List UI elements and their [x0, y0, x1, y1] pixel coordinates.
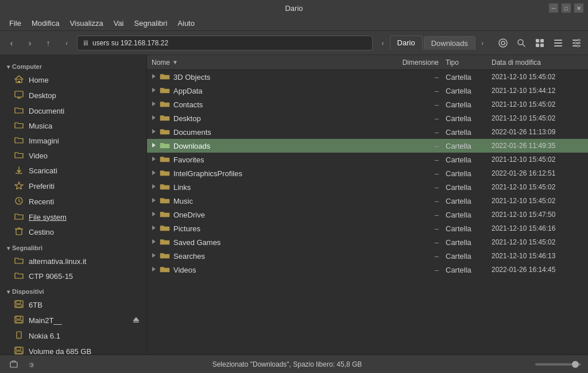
- file-icon: [160, 141, 170, 151]
- file-name: Favorites: [173, 156, 388, 164]
- table-row[interactable]: Pictures–Cartella2021-12-10 15:46:16: [147, 222, 588, 235]
- expand-icon: [152, 211, 160, 218]
- table-row[interactable]: Downloads–Cartella2022-01-26 11:49:35: [147, 139, 588, 153]
- svg-rect-14: [578, 39, 580, 41]
- table-row[interactable]: Favorites–Cartella2021-12-10 15:45:02: [147, 153, 588, 166]
- col-header-name[interactable]: Nome ▼: [152, 59, 388, 67]
- close-button[interactable]: ✕: [574, 3, 583, 13]
- svg-marker-47: [152, 74, 156, 79]
- sidebar-item-label: Musica: [29, 122, 52, 130]
- sidebar-item-label: Nokia 6.1: [29, 332, 60, 340]
- location-bar[interactable]: 🖥 users su 192.168.178.22: [77, 36, 373, 50]
- window-controls[interactable]: ─ □ ✕: [549, 3, 583, 13]
- menu-item-aiuto[interactable]: Aiuto: [173, 17, 199, 29]
- sidebar-section-segnalibri[interactable]: ▾Segnalibri: [0, 240, 146, 254]
- sidebar-item-home[interactable]: Home: [0, 72, 146, 88]
- forward-button[interactable]: ›: [22, 35, 38, 51]
- tab-prev-button[interactable]: ‹: [377, 35, 389, 51]
- table-row[interactable]: OneDrive–Cartella2021-12-10 15:47:50: [147, 208, 588, 222]
- statusbar-icon1-button[interactable]: [7, 358, 21, 371]
- sidebar-item-desktop[interactable]: Desktop: [0, 88, 146, 103]
- search-button[interactable]: [513, 35, 529, 51]
- table-row[interactable]: 3D Objects–Cartella2021-12-10 15:45:02: [147, 70, 588, 84]
- menu-item-segnalibri[interactable]: Segnalibri: [130, 17, 172, 29]
- table-row[interactable]: AppData–Cartella2021-12-10 15:44:12: [147, 84, 588, 98]
- sidebar-item-bookmark-ctp[interactable]: CTP 9065-15: [0, 269, 146, 283]
- file-icon: [160, 127, 170, 137]
- tab-downloads[interactable]: Downloads: [424, 36, 475, 50]
- svg-rect-37: [16, 347, 21, 350]
- zoom-slider[interactable]: [535, 363, 581, 366]
- sidebar-item-device-main2t[interactable]: Main2T__: [0, 313, 146, 328]
- file-type: Cartella: [446, 224, 492, 233]
- expand-icon: [152, 225, 160, 232]
- sidebar-item-device-6tb[interactable]: 6TB: [0, 297, 146, 313]
- view-list-button[interactable]: [550, 35, 566, 51]
- sidebar-item-cestino[interactable]: Cestino: [0, 224, 146, 240]
- view-grid-button[interactable]: [532, 35, 548, 51]
- bookmark-icon-button[interactable]: [495, 35, 511, 51]
- col-header-size[interactable]: Dimensione: [388, 59, 446, 67]
- file-icon: [160, 114, 170, 123]
- minimize-button[interactable]: ─: [549, 3, 558, 13]
- sidebar-item-label: CTP 9065-15: [29, 272, 73, 281]
- file-date: 2021-12-10 15:45:02: [492, 114, 583, 122]
- expand-icon: [152, 170, 160, 177]
- eject-icon[interactable]: [133, 316, 140, 325]
- menu-item-vai[interactable]: Vai: [109, 17, 129, 29]
- sidebar-item-bookmark-alternativa[interactable]: alternativa.linux.it: [0, 254, 146, 269]
- folder-icon: [14, 106, 24, 115]
- tab-next-button[interactable]: ›: [477, 35, 488, 51]
- sidebar-section-computer[interactable]: ▾Computer: [0, 59, 146, 72]
- table-row[interactable]: Saved Games–Cartella2021-12-10 15:45:02: [147, 235, 588, 249]
- table-row[interactable]: Desktop–Cartella2021-12-10 15:45:02: [147, 111, 588, 125]
- menu-item-modifica[interactable]: Modifica: [27, 17, 64, 29]
- menu-item-file[interactable]: File: [5, 17, 26, 29]
- up-button[interactable]: ↑: [40, 35, 56, 51]
- back-button[interactable]: ‹: [3, 35, 20, 51]
- file-date: 2021-12-10 15:45:02: [492, 197, 583, 205]
- sidebar-item-recenti[interactable]: Recenti: [0, 194, 146, 209]
- sidebar-section-dispositivi[interactable]: ▾Dispositivi: [0, 283, 146, 297]
- table-row[interactable]: Contacts–Cartella2021-12-10 15:45:02: [147, 98, 588, 111]
- table-row[interactable]: Searches–Cartella2021-12-10 15:46:13: [147, 249, 588, 263]
- svg-rect-38: [16, 351, 22, 353]
- sidebar-item-musica[interactable]: Musica: [0, 118, 146, 133]
- sidebar-item-device-685gb[interactable]: Volume da 685 GB: [0, 344, 146, 355]
- history-back-button[interactable]: ‹: [59, 35, 75, 51]
- expand-icon: [152, 184, 160, 191]
- file-icon: [160, 251, 170, 261]
- svg-marker-54: [152, 170, 156, 175]
- sidebar-item-preferiti[interactable]: Preferiti: [0, 178, 146, 194]
- table-row[interactable]: Links–Cartella2021-12-10 15:45:02: [147, 180, 588, 194]
- sidebar-item-immagini[interactable]: Immagini: [0, 133, 146, 148]
- file-size: –: [388, 197, 446, 205]
- maximize-button[interactable]: □: [562, 3, 571, 13]
- expand-icon: [152, 142, 160, 149]
- col-header-type[interactable]: Tipo: [446, 59, 492, 67]
- menubar: FileModificaVisualizzaVaiSegnalibriAiuto: [0, 16, 588, 31]
- sidebar-item-scaricati[interactable]: Scaricati: [0, 163, 146, 178]
- table-row[interactable]: Documents–Cartella2022-01-26 11:13:09: [147, 125, 588, 139]
- sidebar-item-device-nokia[interactable]: Nokia 6.1: [0, 328, 146, 344]
- table-row[interactable]: Music–Cartella2021-12-10 15:45:02: [147, 194, 588, 208]
- file-name: AppData: [173, 87, 388, 95]
- file-type: Cartella: [446, 252, 492, 261]
- file-date: 2021-12-10 15:45:02: [492, 183, 583, 191]
- table-row[interactable]: IntelGraphicsProfiles–Cartella2022-01-26…: [147, 166, 588, 180]
- sidebar-item-video[interactable]: Video: [0, 148, 146, 163]
- options-button[interactable]: [568, 35, 585, 51]
- col-header-date[interactable]: Data di modifica: [492, 59, 583, 67]
- file-icon: [160, 86, 170, 96]
- statusbar-icon2-button[interactable]: ③: [25, 358, 39, 371]
- sidebar-item-file-system[interactable]: File system: [0, 209, 146, 224]
- file-size: –: [388, 183, 446, 192]
- table-row[interactable]: Videos–Cartella2022-01-26 16:14:45: [147, 263, 588, 277]
- tab-dario[interactable]: Dario: [390, 36, 423, 50]
- file-date: 2022-01-26 11:13:09: [492, 128, 583, 136]
- menu-item-visualizza[interactable]: Visualizza: [65, 17, 107, 29]
- sidebar-item-label: Volume da 685 GB: [29, 347, 91, 355]
- expand-icon: [152, 87, 160, 94]
- sidebar-item-documenti[interactable]: Documenti: [0, 103, 146, 118]
- svg-marker-51: [152, 129, 156, 134]
